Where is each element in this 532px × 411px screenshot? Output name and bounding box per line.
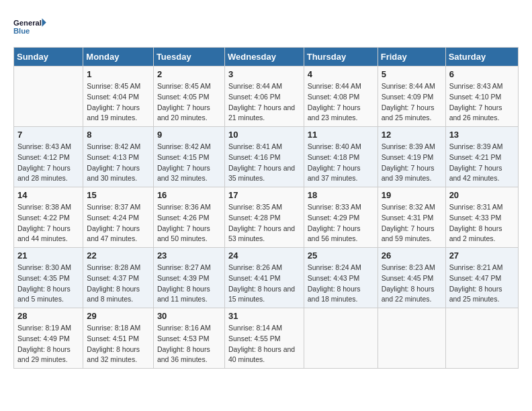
calendar-row-2: 7Sunrise: 8:43 AMSunset: 4:12 PMDaylight… <box>14 127 519 187</box>
calendar-cell: 22Sunrise: 8:28 AMSunset: 4:37 PMDayligh… <box>83 248 154 308</box>
day-info: Sunrise: 8:42 AMSunset: 4:15 PMDaylight:… <box>157 142 221 184</box>
day-info: Sunrise: 8:41 AMSunset: 4:16 PMDaylight:… <box>228 142 300 184</box>
day-number: 23 <box>157 250 221 261</box>
day-number: 11 <box>308 130 374 140</box>
day-number: 6 <box>449 69 515 79</box>
calendar-cell: 6Sunrise: 8:43 AMSunset: 4:10 PMDaylight… <box>445 66 518 127</box>
day-number: 1 <box>87 69 150 79</box>
day-info: Sunrise: 8:42 AMSunset: 4:13 PMDaylight:… <box>87 142 150 184</box>
day-number: 24 <box>228 250 300 261</box>
calendar-cell: 24Sunrise: 8:26 AMSunset: 4:41 PMDayligh… <box>224 248 304 308</box>
calendar-cell: 1Sunrise: 8:45 AMSunset: 4:04 PMDaylight… <box>83 66 154 127</box>
calendar-cell: 18Sunrise: 8:33 AMSunset: 4:29 PMDayligh… <box>304 187 378 248</box>
calendar-cell: 20Sunrise: 8:31 AMSunset: 4:33 PMDayligh… <box>445 187 518 248</box>
day-number: 5 <box>382 69 442 79</box>
day-number: 21 <box>17 250 79 261</box>
day-number: 19 <box>382 190 442 200</box>
day-info: Sunrise: 8:23 AMSunset: 4:45 PMDaylight:… <box>382 263 442 305</box>
day-number: 3 <box>228 69 300 79</box>
day-number: 17 <box>228 190 300 200</box>
day-number: 12 <box>382 130 442 140</box>
calendar-row-1: 1Sunrise: 8:45 AMSunset: 4:04 PMDaylight… <box>14 66 519 127</box>
calendar-cell: 23Sunrise: 8:27 AMSunset: 4:39 PMDayligh… <box>153 248 224 308</box>
calendar-cell: 25Sunrise: 8:24 AMSunset: 4:43 PMDayligh… <box>304 248 378 308</box>
day-number: 27 <box>449 250 515 261</box>
calendar-cell: 16Sunrise: 8:36 AMSunset: 4:26 PMDayligh… <box>153 187 224 248</box>
calendar-cell: 28Sunrise: 8:19 AMSunset: 4:49 PMDayligh… <box>14 308 83 369</box>
calendar-cell: 2Sunrise: 8:45 AMSunset: 4:05 PMDaylight… <box>153 66 224 127</box>
day-info: Sunrise: 8:27 AMSunset: 4:39 PMDaylight:… <box>157 263 221 305</box>
logo: General Blue <box>13 13 47 40</box>
day-number: 7 <box>17 130 79 140</box>
weekday-header-row: SundayMondayTuesdayWednesdayThursdayFrid… <box>14 48 519 66</box>
calendar-cell: 26Sunrise: 8:23 AMSunset: 4:45 PMDayligh… <box>378 248 445 308</box>
weekday-header-sunday: Sunday <box>14 48 83 66</box>
calendar-cell: 27Sunrise: 8:21 AMSunset: 4:47 PMDayligh… <box>445 248 518 308</box>
calendar-cell: 4Sunrise: 8:44 AMSunset: 4:08 PMDaylight… <box>304 66 378 127</box>
day-info: Sunrise: 8:44 AMSunset: 4:06 PMDaylight:… <box>228 81 300 124</box>
day-number: 2 <box>157 69 221 79</box>
day-number: 10 <box>228 130 300 140</box>
day-info: Sunrise: 8:24 AMSunset: 4:43 PMDaylight:… <box>308 263 374 305</box>
day-info: Sunrise: 8:44 AMSunset: 4:08 PMDaylight:… <box>308 81 374 124</box>
day-info: Sunrise: 8:39 AMSunset: 4:19 PMDaylight:… <box>382 142 442 184</box>
day-info: Sunrise: 8:44 AMSunset: 4:09 PMDaylight:… <box>382 81 442 124</box>
calendar-cell: 8Sunrise: 8:42 AMSunset: 4:13 PMDaylight… <box>83 127 154 187</box>
calendar-row-4: 21Sunrise: 8:30 AMSunset: 4:35 PMDayligh… <box>14 248 519 308</box>
day-number: 28 <box>17 311 79 321</box>
calendar-cell: 9Sunrise: 8:42 AMSunset: 4:15 PMDaylight… <box>153 127 224 187</box>
day-info: Sunrise: 8:14 AMSunset: 4:55 PMDaylight:… <box>228 323 300 365</box>
day-number: 20 <box>449 190 515 200</box>
weekday-header-wednesday: Wednesday <box>224 48 304 66</box>
day-number: 18 <box>308 190 374 200</box>
day-number: 14 <box>17 190 79 200</box>
calendar-cell <box>378 308 445 369</box>
day-info: Sunrise: 8:31 AMSunset: 4:33 PMDaylight:… <box>449 202 515 244</box>
day-number: 15 <box>87 190 150 200</box>
calendar-cell <box>445 308 518 369</box>
day-info: Sunrise: 8:45 AMSunset: 4:05 PMDaylight:… <box>157 81 221 124</box>
calendar-cell: 31Sunrise: 8:14 AMSunset: 4:55 PMDayligh… <box>224 308 304 369</box>
day-number: 16 <box>157 190 221 200</box>
calendar-cell: 11Sunrise: 8:40 AMSunset: 4:18 PMDayligh… <box>304 127 378 187</box>
day-info: Sunrise: 8:35 AMSunset: 4:28 PMDaylight:… <box>228 202 300 244</box>
weekday-header-monday: Monday <box>83 48 154 66</box>
calendar-table: SundayMondayTuesdayWednesdayThursdayFrid… <box>13 47 519 369</box>
calendar-cell <box>14 66 83 127</box>
day-info: Sunrise: 8:28 AMSunset: 4:37 PMDaylight:… <box>87 263 150 305</box>
day-info: Sunrise: 8:21 AMSunset: 4:47 PMDaylight:… <box>449 263 515 305</box>
day-number: 8 <box>87 130 150 140</box>
calendar-cell: 19Sunrise: 8:32 AMSunset: 4:31 PMDayligh… <box>378 187 445 248</box>
day-number: 31 <box>228 311 300 321</box>
day-info: Sunrise: 8:36 AMSunset: 4:26 PMDaylight:… <box>157 202 221 244</box>
calendar-cell: 21Sunrise: 8:30 AMSunset: 4:35 PMDayligh… <box>14 248 83 308</box>
day-info: Sunrise: 8:43 AMSunset: 4:10 PMDaylight:… <box>449 81 515 124</box>
calendar-cell: 30Sunrise: 8:16 AMSunset: 4:53 PMDayligh… <box>153 308 224 369</box>
day-info: Sunrise: 8:38 AMSunset: 4:22 PMDaylight:… <box>17 202 79 244</box>
calendar-cell: 13Sunrise: 8:39 AMSunset: 4:21 PMDayligh… <box>445 127 518 187</box>
calendar-row-5: 28Sunrise: 8:19 AMSunset: 4:49 PMDayligh… <box>14 308 519 369</box>
day-number: 30 <box>157 311 221 321</box>
calendar-cell: 17Sunrise: 8:35 AMSunset: 4:28 PMDayligh… <box>224 187 304 248</box>
calendar-row-3: 14Sunrise: 8:38 AMSunset: 4:22 PMDayligh… <box>14 187 519 248</box>
calendar-cell: 14Sunrise: 8:38 AMSunset: 4:22 PMDayligh… <box>14 187 83 248</box>
weekday-header-tuesday: Tuesday <box>153 48 224 66</box>
day-info: Sunrise: 8:45 AMSunset: 4:04 PMDaylight:… <box>87 81 150 124</box>
day-number: 26 <box>382 250 442 261</box>
day-info: Sunrise: 8:40 AMSunset: 4:18 PMDaylight:… <box>308 142 374 184</box>
calendar-cell: 15Sunrise: 8:37 AMSunset: 4:24 PMDayligh… <box>83 187 154 248</box>
day-info: Sunrise: 8:16 AMSunset: 4:53 PMDaylight:… <box>157 323 221 365</box>
calendar-cell: 3Sunrise: 8:44 AMSunset: 4:06 PMDaylight… <box>224 66 304 127</box>
day-number: 9 <box>157 130 221 140</box>
page-header: General Blue <box>13 13 519 40</box>
day-info: Sunrise: 8:32 AMSunset: 4:31 PMDaylight:… <box>382 202 442 244</box>
day-number: 25 <box>308 250 374 261</box>
day-info: Sunrise: 8:19 AMSunset: 4:49 PMDaylight:… <box>17 323 79 365</box>
day-info: Sunrise: 8:37 AMSunset: 4:24 PMDaylight:… <box>87 202 150 244</box>
calendar-cell: 5Sunrise: 8:44 AMSunset: 4:09 PMDaylight… <box>378 66 445 127</box>
calendar-cell: 7Sunrise: 8:43 AMSunset: 4:12 PMDaylight… <box>14 127 83 187</box>
svg-text:General: General <box>13 19 42 27</box>
calendar-cell <box>304 308 378 369</box>
day-info: Sunrise: 8:43 AMSunset: 4:12 PMDaylight:… <box>17 142 79 184</box>
day-info: Sunrise: 8:39 AMSunset: 4:21 PMDaylight:… <box>449 142 515 184</box>
